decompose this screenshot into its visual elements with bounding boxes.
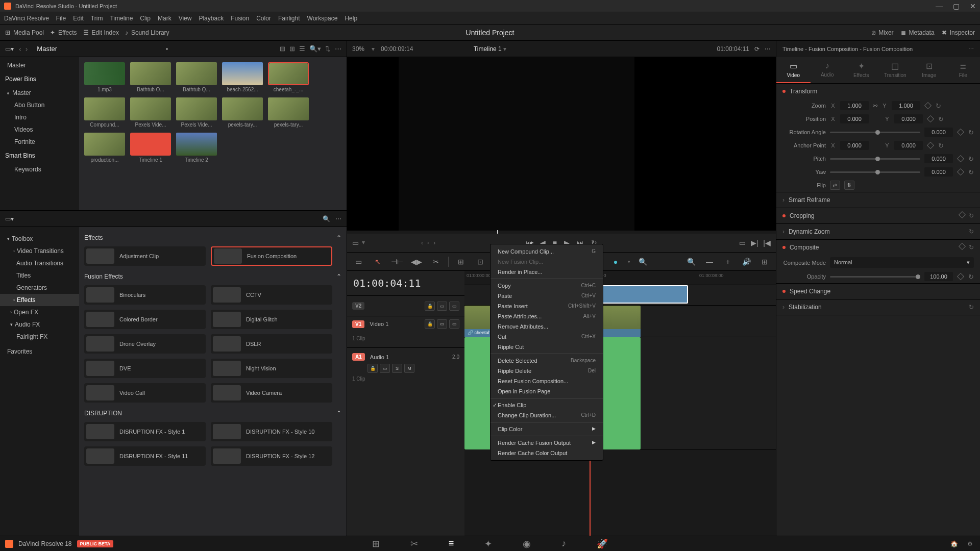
pos-x[interactable]: 0.000 xyxy=(840,114,869,123)
reset-icon[interactable]: ↻ xyxy=(938,115,944,123)
ctx-cut[interactable]: CutCtrl+X xyxy=(491,332,603,342)
tool-overwrite[interactable]: ⊡ xyxy=(473,255,487,269)
v1-lock[interactable]: 🔒 xyxy=(425,319,435,329)
fx-effects[interactable]: ›Effects xyxy=(0,294,79,306)
menu-timeline[interactable]: Timeline xyxy=(110,15,133,22)
clip-item[interactable]: Pexels Vide... xyxy=(130,97,171,128)
sidebar-master[interactable]: Master xyxy=(0,59,79,71)
out-icon[interactable]: |◀ xyxy=(763,239,771,247)
reset-icon[interactable]: ↻ xyxy=(936,102,941,110)
sidebar-bin-master[interactable]: Master xyxy=(0,87,79,99)
fx-disruption-12[interactable]: DISRUPTION FX - Style 12 xyxy=(211,446,332,466)
ctx-enable-clip[interactable]: ✓Enable Clip xyxy=(491,400,603,410)
kf-icon[interactable] xyxy=(957,273,964,280)
bin-dropdown-icon[interactable]: ▭▾ xyxy=(5,45,14,53)
tool-dynamic[interactable]: ◀▶ xyxy=(409,255,424,269)
sidebar-fortnite[interactable]: Fortnite xyxy=(0,136,79,148)
yaw-val[interactable]: 0.000 xyxy=(924,167,953,177)
pitch-slider[interactable] xyxy=(830,158,920,160)
clip-item[interactable]: Compound... xyxy=(84,97,125,128)
tab-effects[interactable]: ✦Effects xyxy=(844,57,878,83)
maximize-button[interactable]: ▢ xyxy=(953,2,960,10)
page-deliver[interactable]: 🚀 xyxy=(597,538,608,549)
sec-transform[interactable]: Transform xyxy=(776,84,980,99)
viewer-sync-icon[interactable]: ⟳ xyxy=(754,45,760,53)
kf-icon[interactable] xyxy=(927,115,934,122)
viewer-more-icon[interactable]: ⋯ xyxy=(765,45,771,53)
ctx-reset-fusion[interactable]: Reset Fusion Composition... xyxy=(491,376,603,386)
fx-fairlight[interactable]: Fairlight FX xyxy=(0,331,79,343)
tab-file[interactable]: ≣File xyxy=(946,57,981,83)
menu-file[interactable]: File xyxy=(56,15,66,22)
pos-y[interactable]: 0.000 xyxy=(894,114,923,123)
in-icon[interactable]: ▶| xyxy=(751,239,758,247)
track-a1-badge[interactable]: A1 xyxy=(352,353,365,361)
ctx-open-fusion[interactable]: Open in Fusion Page xyxy=(491,386,603,396)
fx-binoculars[interactable]: Binoculars xyxy=(84,285,206,305)
fx-dve[interactable]: DVE xyxy=(84,359,206,378)
crop-icon[interactable]: ▭ xyxy=(352,239,359,247)
sec-cropping[interactable]: Cropping↻ xyxy=(776,208,980,223)
collapse-icon[interactable]: ⌃ xyxy=(336,273,341,280)
sec-speed[interactable]: Speed Change xyxy=(776,284,980,299)
view-strip-icon[interactable]: ⊟ xyxy=(280,45,285,53)
fx-fusion-comp[interactable]: Fusion Composition xyxy=(211,246,332,266)
menu-color[interactable]: Color xyxy=(256,15,271,22)
zoom-dropdown-icon[interactable]: ▾ xyxy=(372,45,375,53)
clip-item[interactable]: Bathtub Q... xyxy=(176,62,217,92)
ctx-render-cache-fusion[interactable]: Render Cache Fusion Output▶ xyxy=(491,438,603,448)
fx-dslr[interactable]: DSLR xyxy=(211,334,332,354)
fx-disruption-10[interactable]: DISRUPTION FX - Style 10 xyxy=(211,422,332,441)
opacity-slider[interactable] xyxy=(830,276,920,278)
fx-toolbox[interactable]: ▾Toolbox xyxy=(0,230,79,245)
a1-solo[interactable]: S xyxy=(392,364,402,373)
fx-openfx[interactable]: ›Open FX xyxy=(0,306,79,318)
menu-edit[interactable]: Edit xyxy=(73,15,84,22)
yaw-slider[interactable] xyxy=(830,171,920,173)
page-edit[interactable]: ≡ xyxy=(449,538,454,549)
ctx-ripple-cut[interactable]: Ripple Cut xyxy=(491,342,603,352)
fx-search-icon[interactable]: 🔍 xyxy=(323,215,330,222)
fx-titles[interactable]: Titles xyxy=(0,269,79,282)
fx-generators[interactable]: Generators xyxy=(0,282,79,294)
fx-audiofx[interactable]: ▾Audio FX xyxy=(0,318,79,331)
tab-audio[interactable]: ♪Audio xyxy=(811,57,845,83)
track-v1-badge[interactable]: V1 xyxy=(352,320,364,328)
fx-dropdown-icon[interactable]: ▭▾ xyxy=(5,215,14,222)
tool-insert[interactable]: ⊞ xyxy=(454,255,468,269)
home-icon[interactable]: 🏠 xyxy=(950,540,958,547)
track-v2-badge[interactable]: V2 xyxy=(352,302,364,310)
flip-v[interactable]: ⇅ xyxy=(844,181,854,190)
tool-select[interactable]: ↖ xyxy=(371,255,385,269)
view-list-icon[interactable]: ☰ xyxy=(299,45,305,53)
menu-fusion[interactable]: Fusion xyxy=(231,15,249,22)
metadata-toggle[interactable]: ≣Metadata xyxy=(901,29,935,36)
effects-toggle[interactable]: ✦Effects xyxy=(50,29,77,36)
page-fairlight[interactable]: ♪ xyxy=(561,538,566,549)
tool-index[interactable]: ▭ xyxy=(351,255,365,269)
tab-image[interactable]: ⊡Image xyxy=(912,57,946,83)
menu-trim[interactable]: Trim xyxy=(91,15,103,22)
inspector-more-icon[interactable]: ⋯ xyxy=(968,46,974,53)
clip-item[interactable]: Bathtub O... xyxy=(130,62,171,92)
sidebar-keywords[interactable]: Keywords xyxy=(0,163,79,176)
menu-help[interactable]: Help xyxy=(345,15,357,22)
settings-icon[interactable]: ⚙ xyxy=(967,540,973,547)
tl-zoom-out[interactable]: 🔍 xyxy=(684,255,698,269)
search-icon[interactable]: 🔍▾ xyxy=(309,45,321,53)
fx-audtrans[interactable]: Audio Transitions xyxy=(0,257,79,269)
ctx-delete[interactable]: Delete SelectedBackspace xyxy=(491,356,603,366)
ctx-change-duration[interactable]: Change Clip Duration...Ctrl+D xyxy=(491,410,603,420)
collapse-icon[interactable]: ⌃ xyxy=(336,410,341,417)
fx-disruption-11[interactable]: DISRUPTION FX - Style 11 xyxy=(84,446,206,466)
ctx-remove-attr[interactable]: Remove Attributes... xyxy=(491,321,603,332)
kf-icon[interactable] xyxy=(924,102,932,109)
rot-slider[interactable] xyxy=(830,132,920,133)
sidebar-abo[interactable]: Abo Button xyxy=(0,99,79,111)
crop-dropdown[interactable]: ▾ xyxy=(362,239,365,247)
sec-smart-reframe[interactable]: ›Smart Reframe xyxy=(776,192,980,208)
composite-mode-select[interactable]: Normal▾ xyxy=(830,257,974,268)
marker-teal-icon[interactable]: ● xyxy=(608,255,623,269)
fx-colored-border[interactable]: Colored Border xyxy=(84,310,206,329)
ctx-copy[interactable]: CopyCtrl+C xyxy=(491,281,603,291)
